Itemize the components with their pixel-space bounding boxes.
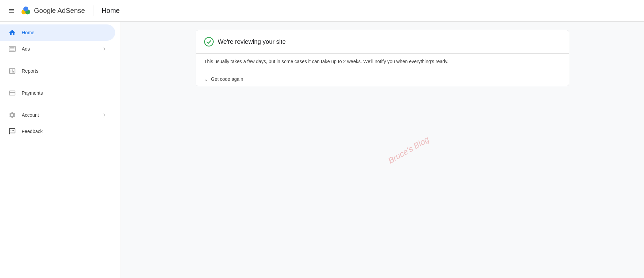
main-layout: Home Ads 〉 Reports bbox=[0, 22, 644, 278]
check-circle-icon bbox=[204, 37, 214, 47]
chevron-down-icon: ⌄ bbox=[204, 76, 208, 82]
sidebar-item-reports-label: Reports bbox=[22, 68, 107, 74]
header-divider bbox=[93, 5, 93, 16]
home-icon bbox=[8, 29, 16, 37]
top-header: Google AdSense Home bbox=[0, 0, 644, 22]
notification-text: This usually takes a few days, but in so… bbox=[204, 58, 561, 65]
notification-card: We're reviewing your site This usually t… bbox=[196, 30, 569, 86]
sidebar-item-payments-label: Payments bbox=[22, 90, 107, 96]
sidebar-item-account[interactable]: Account 〉 bbox=[0, 107, 115, 123]
sidebar-item-reports[interactable]: Reports bbox=[0, 63, 115, 79]
sidebar-divider-3 bbox=[0, 104, 121, 104]
sidebar-item-ads[interactable]: Ads 〉 bbox=[0, 41, 115, 57]
account-chevron-icon: 〉 bbox=[102, 112, 107, 118]
svg-rect-5 bbox=[13, 130, 14, 131]
get-code-section[interactable]: ⌄ Get code again bbox=[196, 72, 569, 86]
watermark: Bruce's Blog bbox=[387, 134, 431, 165]
hamburger-button[interactable] bbox=[5, 5, 18, 17]
sidebar-divider-2 bbox=[0, 82, 121, 82]
header-title: Home bbox=[102, 7, 120, 15]
sidebar-divider-1 bbox=[0, 60, 121, 60]
sidebar-item-payments[interactable]: Payments bbox=[0, 85, 115, 101]
logo-text: Google AdSense bbox=[34, 7, 85, 15]
reports-icon bbox=[8, 67, 16, 75]
payments-icon bbox=[8, 89, 16, 97]
notification-body: This usually takes a few days, but in so… bbox=[196, 54, 569, 72]
sidebar-item-ads-label: Ads bbox=[22, 46, 96, 52]
svg-rect-4 bbox=[12, 130, 13, 131]
svg-rect-3 bbox=[11, 130, 11, 131]
get-code-label: Get code again bbox=[211, 76, 243, 82]
sidebar-item-feedback[interactable]: Feedback bbox=[0, 123, 115, 140]
svg-point-6 bbox=[204, 37, 213, 46]
ads-chevron-icon: 〉 bbox=[102, 46, 107, 52]
content-area: We're reviewing your site This usually t… bbox=[121, 22, 644, 278]
google-adsense-logo-icon bbox=[20, 5, 31, 16]
sidebar-item-home-label: Home bbox=[22, 30, 107, 35]
sidebar-item-home[interactable]: Home bbox=[0, 24, 115, 41]
logo-area: Google AdSense bbox=[20, 5, 85, 16]
notification-header: We're reviewing your site bbox=[196, 30, 569, 54]
sidebar-item-account-label: Account bbox=[22, 112, 96, 118]
notification-title: We're reviewing your site bbox=[218, 38, 286, 45]
feedback-icon bbox=[8, 127, 16, 135]
ads-icon bbox=[8, 45, 16, 53]
sidebar: Home Ads 〉 Reports bbox=[0, 22, 121, 278]
account-icon bbox=[8, 111, 16, 119]
sidebar-item-feedback-label: Feedback bbox=[22, 129, 107, 134]
svg-point-2 bbox=[23, 6, 28, 11]
